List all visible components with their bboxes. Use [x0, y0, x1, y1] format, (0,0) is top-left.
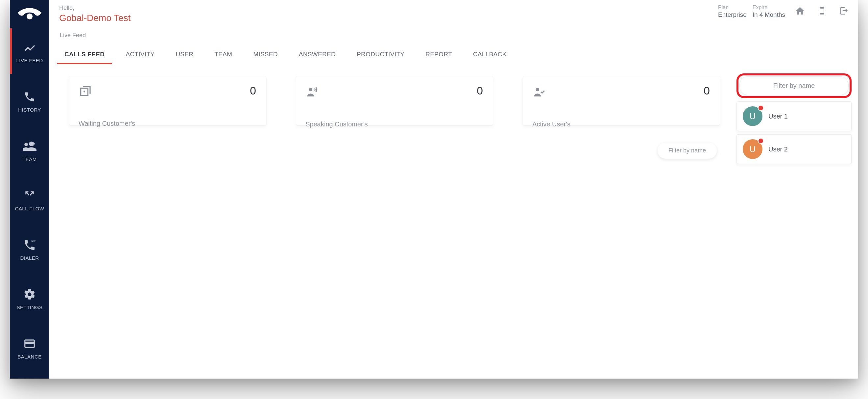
card-speaking-customers: 0 Speaking Customer's: [296, 76, 493, 125]
user-check-icon: [532, 94, 546, 100]
svg-point-2: [309, 88, 313, 91]
sidebar-item-label: SETTINGS: [17, 305, 42, 310]
plan-value: Enterprise: [718, 11, 747, 19]
plan-label: Plan: [718, 5, 728, 10]
user-name-label: User 2: [768, 145, 788, 153]
card-label: Speaking Customer's: [305, 120, 484, 128]
card-value: 0: [477, 84, 483, 97]
avatar-initial: U: [750, 144, 756, 154]
tab-bar: CALLS FEED ACTIVITY USER TEAM MISSED ANS…: [49, 45, 858, 64]
sidebar-item-dialer[interactable]: SIP DIALER: [10, 224, 49, 273]
sidebar-item-team[interactable]: TEAM: [10, 125, 49, 174]
avatar: U: [743, 106, 763, 126]
sidebar-item-label: CALL FLOW: [15, 206, 44, 211]
sidebar-item-label: DIALER: [20, 255, 39, 261]
gear-icon: [23, 286, 36, 303]
greeting-block: Hello, Gobal-Demo Test: [59, 5, 130, 23]
sidebar-item-label: BALANCE: [18, 354, 42, 360]
avatar-initial: U: [750, 111, 756, 121]
mobile-icon[interactable]: [818, 6, 826, 18]
content-area: 0 Waiting Customer's 0 Speaking Customer…: [49, 64, 858, 378]
sip-phone-icon: SIP: [23, 237, 36, 253]
tab-user[interactable]: USER: [165, 45, 204, 64]
app-frame: LIVE FEED HISTORY TEAM CALL FLOW: [10, 0, 858, 378]
status-dot-icon: [758, 138, 764, 144]
plan-info: Plan Enterprise Expire In 4 Months: [718, 5, 785, 19]
greeting-text: Hello,: [59, 5, 130, 11]
call-split-icon: [23, 187, 36, 204]
tab-team[interactable]: TEAM: [204, 45, 243, 64]
user-list-item[interactable]: U User 2: [737, 134, 851, 164]
svg-text:SIP: SIP: [31, 239, 36, 242]
line-chart-icon: [23, 39, 36, 56]
card-label: Active User's: [532, 120, 711, 128]
card-waiting-customers: 0 Waiting Customer's: [69, 76, 266, 125]
cards-zone: 0 Waiting Customer's 0 Speaking Customer…: [69, 76, 726, 378]
card-value: 0: [250, 84, 256, 97]
tab-missed[interactable]: MISSED: [243, 45, 288, 64]
inline-filter: [658, 143, 717, 159]
breadcrumb: Live Feed: [49, 23, 858, 39]
team-add-icon: [23, 138, 36, 154]
sidebar-item-label: TEAM: [22, 156, 37, 162]
user-list-item[interactable]: U User 1: [737, 102, 851, 131]
sidebar-item-label: LIVE FEED: [16, 58, 43, 63]
home-icon[interactable]: [795, 6, 805, 17]
avatar: U: [743, 139, 763, 159]
tab-calls-feed[interactable]: CALLS FEED: [54, 45, 115, 64]
phone-logo-icon: [16, 5, 43, 21]
svg-point-0: [27, 13, 33, 20]
account-name: Gobal-Demo Test: [59, 13, 130, 23]
card-value: 0: [704, 84, 710, 97]
filter-input-inline[interactable]: [658, 143, 717, 159]
header-right: Plan Enterprise Expire In 4 Months: [718, 5, 849, 19]
app-logo: [10, 0, 49, 26]
sidebar-item-call-flow[interactable]: CALL FLOW: [10, 174, 49, 224]
credit-card-icon: [23, 336, 36, 352]
status-dot-icon: [758, 105, 764, 111]
speaking-user-icon: [305, 94, 319, 100]
tab-report[interactable]: REPORT: [415, 45, 463, 64]
sidebar-item-balance[interactable]: BALANCE: [10, 323, 49, 372]
filter-input-panel[interactable]: [739, 76, 848, 95]
sidebar-item-settings[interactable]: SETTINGS: [10, 273, 49, 323]
card-label: Waiting Customer's: [79, 120, 257, 127]
logout-icon[interactable]: [839, 6, 849, 17]
sidebar-item-live-feed[interactable]: LIVE FEED: [10, 26, 49, 76]
queue-add-icon: [79, 93, 92, 99]
users-panel: U User 1 U User 2: [737, 74, 851, 378]
main-area: Hello, Gobal-Demo Test Plan Enterprise E…: [49, 0, 858, 378]
phone-icon: [24, 89, 35, 105]
header: Hello, Gobal-Demo Test Plan Enterprise E…: [49, 0, 858, 23]
sidebar-item-label: HISTORY: [18, 107, 41, 113]
user-name-label: User 1: [768, 113, 788, 120]
card-active-users: 0 Active User's: [523, 76, 720, 125]
tab-activity[interactable]: ACTIVITY: [115, 45, 165, 64]
expire-label: Expire: [753, 5, 767, 10]
tab-callback[interactable]: CALLBACK: [463, 45, 517, 64]
svg-point-3: [536, 88, 539, 91]
sidebar-item-history[interactable]: HISTORY: [10, 76, 49, 125]
expire-value: In 4 Months: [753, 11, 785, 19]
highlighted-filter-box: [737, 74, 851, 98]
tab-answered[interactable]: ANSWERED: [288, 45, 346, 64]
tab-productivity[interactable]: PRODUCTIVITY: [346, 45, 415, 64]
sidebar: LIVE FEED HISTORY TEAM CALL FLOW: [10, 0, 49, 378]
